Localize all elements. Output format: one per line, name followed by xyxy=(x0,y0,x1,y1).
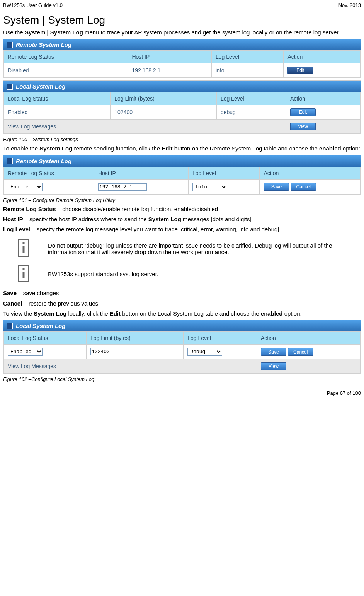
local-log-edit-table: Local Log Status Log Limit (bytes) Log L… xyxy=(3,331,361,374)
local-log-panel: Local System Log Local Log Status Log Li… xyxy=(3,80,361,134)
remote-host-value: 192.168.2.1 xyxy=(128,63,212,78)
remote-level-select[interactable]: Info xyxy=(192,183,227,191)
remote-log-status-desc: Remote Log Status – choose disable/enabl… xyxy=(3,205,361,213)
host-ip-desc: Host IP – specify the host IP address wh… xyxy=(3,215,361,223)
local-limit-value: 102400 xyxy=(111,105,217,120)
col-action: Action xyxy=(286,92,361,105)
remote-status-value: Disabled xyxy=(4,63,128,78)
figure-101-caption: Figure 101 – Configure Remote System Log… xyxy=(3,197,361,203)
local-log-edit-title: Local System Log xyxy=(16,323,65,329)
info-icon xyxy=(18,265,29,282)
table-row: Enabled 102400 debug Edit xyxy=(4,105,361,120)
note-1-text: Do not output "debug" log unless there a… xyxy=(44,236,361,261)
view-log-messages-label: View Log Messages xyxy=(4,359,257,374)
section-heading: System | System Log xyxy=(3,14,361,26)
intro-text-after: menu to trace your AP system processes a… xyxy=(83,29,340,36)
col-log-level: Log Level xyxy=(184,332,257,345)
remote-log-edit-header: Remote System Log xyxy=(3,155,361,167)
local-level-value: debug xyxy=(216,105,286,120)
host-ip-input[interactable] xyxy=(98,183,147,191)
col-log-level: Log Level xyxy=(189,167,260,179)
remote-log-panel-title: Remote System Log xyxy=(16,41,71,48)
edit-button[interactable]: Edit xyxy=(287,67,313,74)
figure-102-caption: Figure 102 –Configure Local System Log xyxy=(3,376,361,382)
col-remote-status: Remote Log Status xyxy=(4,167,94,179)
log-level-desc: Log Level – specify the remote log messa… xyxy=(3,225,361,233)
intro-text-bold: System | System Log xyxy=(25,29,83,36)
doc-title-left: BW1253s User Guide v1.0 xyxy=(3,2,63,8)
col-action: Action xyxy=(257,332,360,345)
local-log-panel-header: Local System Log xyxy=(3,81,361,92)
panel-icon xyxy=(7,323,13,329)
info-icon-cell xyxy=(3,261,44,287)
local-log-edit-panel: Local System Log Local Log Status Log Li… xyxy=(3,320,361,374)
remote-edit-action-cell: Save Cancel xyxy=(260,179,361,194)
col-host-ip: Host IP xyxy=(128,51,212,63)
notes-table: Do not output "debug" log unless there a… xyxy=(3,236,361,287)
remote-status-select[interactable]: Enabled xyxy=(8,183,43,191)
view-button[interactable]: View xyxy=(261,362,286,370)
remote-log-edit-title: Remote System Log xyxy=(16,158,71,164)
save-button[interactable]: Save xyxy=(264,183,289,191)
col-host-ip: Host IP xyxy=(94,167,188,179)
cancel-button[interactable]: Cancel xyxy=(288,348,313,356)
info-icon-cell xyxy=(3,236,44,261)
panel-icon xyxy=(7,42,13,48)
local-action-cell: Edit xyxy=(286,105,361,120)
local-edit-action-cell: Save Cancel xyxy=(257,345,360,359)
footer-divider xyxy=(3,389,361,389)
figure-100-caption: Figure 100 – System Log settings xyxy=(3,137,361,142)
view-log-messages-label: View Log Messages xyxy=(4,120,286,134)
col-log-level: Log Level xyxy=(216,92,286,105)
local-log-edit-header: Local System Log xyxy=(3,320,361,331)
col-action: Action xyxy=(260,167,361,179)
panel-icon xyxy=(7,158,13,164)
remote-log-edit-table: Remote Log Status Host IP Log Level Acti… xyxy=(3,167,361,195)
remote-log-table: Remote Log Status Host IP Log Level Acti… xyxy=(3,50,361,78)
remote-level-value: info xyxy=(212,63,284,78)
col-log-level: Log Level xyxy=(212,51,284,63)
remote-action-cell: Edit xyxy=(284,63,361,78)
page-footer: Page 67 of 180 xyxy=(0,389,364,399)
remote-log-panel: Remote System Log Remote Log Status Host… xyxy=(3,39,361,78)
cancel-desc: Cancel – restore the previous values xyxy=(3,300,361,307)
col-log-limit: Log Limit (bytes) xyxy=(87,332,184,345)
local-log-panel-title: Local System Log xyxy=(16,83,65,90)
info-icon xyxy=(18,239,29,257)
view-action-cell: View xyxy=(286,120,361,134)
table-row: Enabled Info Save Cancel xyxy=(4,179,361,194)
remote-log-panel-header: Remote System Log xyxy=(3,39,361,50)
col-local-status: Local Log Status xyxy=(4,332,87,345)
table-row: View Log Messages View xyxy=(4,120,361,134)
col-log-limit: Log Limit (bytes) xyxy=(111,92,217,105)
save-button[interactable]: Save xyxy=(261,348,286,356)
col-action: Action xyxy=(284,51,361,63)
save-desc: Save – save changes xyxy=(3,289,361,297)
cancel-button[interactable]: Cancel xyxy=(291,183,316,191)
local-status-value: Enabled xyxy=(4,105,111,120)
note-2-text: BW1253s support standard sys. log server… xyxy=(44,261,361,287)
table-row: Enabled Debug Save Cancel xyxy=(4,345,361,359)
enable-remote-paragraph: To enable the System Log remote sending … xyxy=(3,145,361,152)
view-local-paragraph: To view the System Log locally, click th… xyxy=(3,310,361,318)
intro-text-before: Use the xyxy=(3,29,25,36)
view-button[interactable]: View xyxy=(290,123,316,130)
local-log-table: Local Log Status Log Limit (bytes) Log L… xyxy=(3,92,361,134)
note-row: BW1253s support standard sys. log server… xyxy=(3,261,361,287)
col-local-status: Local Log Status xyxy=(4,92,111,105)
local-status-select[interactable]: Enabled xyxy=(8,348,43,356)
panel-icon xyxy=(7,84,13,90)
view-action-cell: View xyxy=(257,359,360,374)
doc-title-right: Nov. 2013 xyxy=(338,2,361,8)
table-row: View Log Messages View xyxy=(4,359,361,374)
col-remote-status: Remote Log Status xyxy=(4,51,128,63)
remote-log-edit-panel: Remote System Log Remote Log Status Host… xyxy=(3,155,361,195)
table-row: Disabled 192.168.2.1 info Edit xyxy=(4,63,361,78)
page-number: Page 67 of 180 xyxy=(3,390,361,396)
edit-button[interactable]: Edit xyxy=(290,108,316,116)
local-level-select[interactable]: Debug xyxy=(187,348,222,356)
header-divider xyxy=(3,9,361,9)
log-limit-input[interactable] xyxy=(90,348,139,355)
intro-paragraph: Use the System | System Log menu to trac… xyxy=(3,29,361,36)
note-row: Do not output "debug" log unless there a… xyxy=(3,236,361,261)
